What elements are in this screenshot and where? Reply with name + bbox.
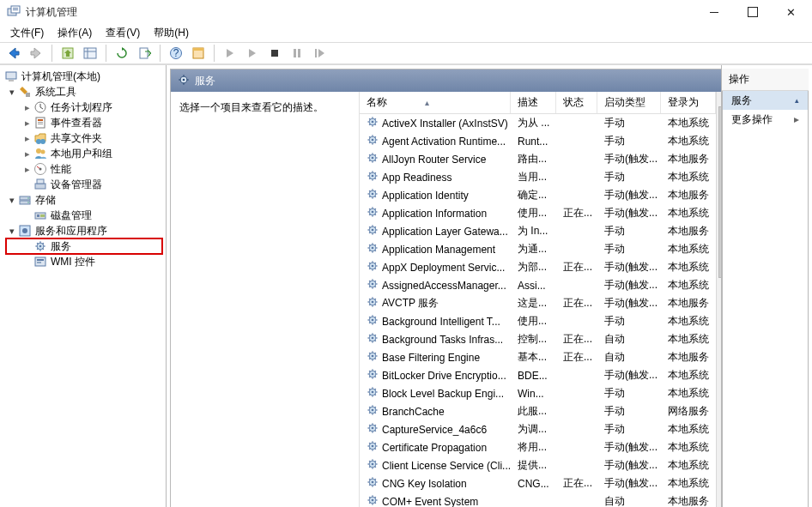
service-row[interactable]: AllJoyn Router Service路由...手动(触发...本地服务 [360, 150, 716, 168]
service-row[interactable]: Base Filtering Engine基本...正在...自动本地服务 [360, 348, 716, 366]
menu-view[interactable]: 查看(V) [100, 24, 145, 42]
window-maximize-button[interactable] [733, 0, 772, 24]
gear-icon [178, 74, 190, 88]
up-button[interactable] [58, 43, 78, 63]
menu-file[interactable]: 文件(F) [5, 24, 49, 42]
service-desc-cell: 确定... [511, 188, 556, 202]
titlebar: 计算机管理 [0, 0, 812, 24]
svg-rect-14 [294, 49, 296, 57]
column-description[interactable]: 描述 [511, 92, 556, 113]
svg-line-138 [374, 250, 375, 250]
service-row[interactable]: Background Tasks Infras...控制...正在...自动本地… [360, 330, 716, 348]
properties-grid-button[interactable] [80, 43, 100, 63]
tree-performance[interactable]: 性能 [3, 161, 166, 177]
svg-line-68 [374, 124, 375, 124]
vertical-scrollbar[interactable]: ▴ ▾ [716, 92, 722, 507]
tree-services[interactable]: 服务 [6, 238, 162, 254]
tree-services-apps[interactable]: 服务和应用程序 [3, 223, 166, 238]
column-status[interactable]: 状态 [556, 92, 597, 113]
tree-event-viewer[interactable]: 事件查看器 [3, 115, 166, 130]
service-row[interactable]: Agent Activation Runtime...Runt...手动本地系统 [360, 132, 716, 150]
service-name-cell: App Readiness [360, 170, 511, 184]
tree-local-users[interactable]: 本地用户和组 [3, 146, 166, 161]
service-row[interactable]: Background Intelligent T...使用...手动本地系统 [360, 312, 716, 330]
svg-point-182 [372, 337, 374, 340]
nav-tree[interactable]: 计算机管理(本地) 系统工具 任务计划程序 事件查看器 共享文件夹 本地用户和组 [0, 65, 167, 507]
service-start-cell: 手动 [597, 170, 661, 184]
service-row[interactable]: BranchCache此服...手动网络服务 [360, 402, 716, 420]
service-row[interactable]: AppX Deployment Servic...为部...正在...手动(触发… [360, 258, 716, 276]
tree-device-manager[interactable]: 设备管理器 [3, 177, 166, 192]
service-desc-cell: 基本... [511, 350, 556, 365]
action-more[interactable]: 更多操作 [723, 110, 808, 129]
expand-icon[interactable] [21, 146, 33, 161]
service-row[interactable]: Certificate Propagation将用...手动(触发...本地系统 [360, 438, 716, 456]
service-row[interactable]: CNG Key IsolationCNG...正在...手动(触发...本地系统 [360, 474, 716, 492]
action-services[interactable]: 服务 ▴ [723, 91, 808, 110]
column-startup[interactable]: 启动类型 [597, 92, 661, 113]
service-row[interactable]: Application Management为通...手动本地系统 [360, 240, 716, 258]
menu-action[interactable]: 操作(A) [52, 24, 97, 42]
service-row[interactable]: App Readiness当用...手动本地系统 [360, 168, 716, 186]
svg-line-237 [369, 425, 370, 426]
export-list-button[interactable] [134, 43, 155, 63]
svg-point-28 [41, 150, 45, 154]
workspace: 计算机管理(本地) 系统工具 任务计划程序 事件查看器 共享文件夹 本地用户和组 [0, 64, 812, 507]
svg-line-99 [374, 172, 375, 173]
service-row[interactable]: ActiveX Installer (AxInstSV)为从 ...手动本地系统 [360, 114, 716, 132]
tree-wmi[interactable]: WMI 控件 [3, 254, 166, 269]
tree-task-scheduler[interactable]: 任务计划程序 [3, 100, 166, 115]
svg-line-259 [374, 461, 375, 462]
window-close-button[interactable] [772, 0, 810, 24]
svg-line-198 [374, 358, 375, 359]
tree-storage[interactable]: 存储 [3, 192, 166, 208]
service-row[interactable]: CaptureService_4a6c6为调...手动本地系统 [360, 420, 716, 438]
expand-icon[interactable] [6, 192, 18, 208]
svg-line-108 [374, 196, 375, 196]
expand-icon[interactable] [6, 84, 18, 100]
service-start-cell: 手动 [597, 242, 661, 257]
tree-system-tools[interactable]: 系统工具 [3, 84, 166, 100]
service-row[interactable]: AVCTP 服务这是...正在...手动(触发...本地服务 [360, 294, 716, 312]
tree-root[interactable]: 计算机管理(本地) [3, 69, 166, 84]
tree-shared-folders[interactable]: 共享文件夹 [3, 130, 166, 146]
nav-forward-button[interactable] [26, 43, 46, 63]
console-props-button[interactable] [188, 43, 209, 63]
service-name-cell: CNG Key Isolation [360, 476, 511, 491]
expand-icon[interactable] [6, 223, 18, 238]
expand-icon[interactable] [21, 130, 33, 146]
service-row[interactable]: AssignedAccessManager...Assi...手动(触发...本… [360, 276, 716, 294]
expand-icon[interactable] [21, 100, 33, 115]
tree-disk-management[interactable]: 磁盘管理 [3, 208, 166, 223]
service-row[interactable]: BitLocker Drive Encryptio...BDE...手动(触发.… [360, 366, 716, 384]
service-row[interactable]: Application Identity确定...手动(触发...本地服务 [360, 186, 716, 204]
pause-button[interactable] [287, 43, 307, 63]
list-rows[interactable]: ActiveX Installer (AxInstSV)为从 ...手动本地系统… [360, 114, 716, 507]
column-name[interactable]: 名称 [360, 92, 511, 113]
service-logon-cell: 本地系统 [661, 314, 716, 329]
service-desc-cell: 为 In... [511, 224, 556, 238]
restart-button[interactable] [309, 43, 330, 63]
column-logon[interactable]: 登录为 [661, 92, 716, 113]
service-row[interactable]: Application Layer Gatewa...为 In...手动本地服务 [360, 222, 716, 240]
play-button[interactable] [220, 43, 240, 63]
gear-icon [367, 440, 379, 455]
help-button[interactable]: ? [166, 43, 186, 63]
service-row[interactable]: Block Level Backup Engi...Win...手动本地系统 [360, 384, 716, 402]
service-row[interactable]: Application Information使用...正在...手动(触发..… [360, 204, 716, 222]
svg-line-167 [369, 299, 370, 299]
stop-button[interactable] [264, 43, 285, 63]
play-button-alt[interactable] [242, 43, 263, 63]
service-row[interactable]: Client License Service (Cli...提供...手动(触发… [360, 456, 716, 474]
svg-line-239 [374, 425, 375, 426]
service-row[interactable]: COM+ Event System自动本地服务 [360, 492, 716, 507]
expand-icon[interactable] [21, 115, 33, 130]
svg-line-240 [369, 430, 370, 431]
service-name-cell: Certificate Propagation [360, 440, 511, 455]
expand-icon[interactable] [21, 161, 33, 177]
menu-help[interactable]: 帮助(H) [148, 24, 194, 42]
window-minimize-button[interactable] [694, 0, 733, 24]
service-start-cell: 自动 [597, 494, 661, 507]
nav-back-button[interactable] [3, 43, 24, 63]
refresh-button[interactable] [112, 43, 132, 63]
